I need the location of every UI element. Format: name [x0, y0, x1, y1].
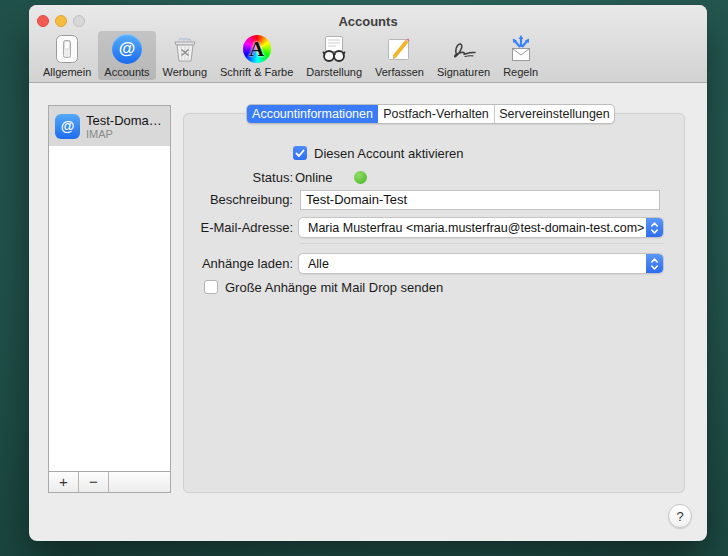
section-divider	[300, 243, 664, 244]
status-value: Online	[295, 170, 333, 185]
account-name: Test-Doma…	[86, 113, 162, 128]
compose-pencil-icon	[383, 33, 415, 65]
help-button[interactable]: ?	[668, 504, 692, 528]
email-address-popup[interactable]: Maria Musterfrau <maria.musterfrau@test-…	[298, 217, 664, 238]
remove-account-button[interactable]: −	[79, 472, 109, 492]
mail-preferences-window: Accounts Allgemein @ Accounts	[29, 5, 707, 541]
toolbar-item-label: Accounts	[104, 66, 149, 78]
account-list-item[interactable]: @ Test-Doma… IMAP	[49, 106, 170, 146]
window-chrome: Accounts Allgemein @ Accounts	[29, 5, 707, 83]
sidebar-footer: + −	[49, 471, 170, 492]
status-online-dot	[354, 171, 367, 184]
toolbar-item-label: Allgemein	[43, 66, 91, 78]
toolbar-item-verfassen[interactable]: Verfassen	[369, 31, 430, 80]
toolbar-item-regeln[interactable]: Regeln	[497, 31, 544, 80]
window-title: Accounts	[29, 14, 707, 29]
toolbar-item-label: Signaturen	[437, 66, 490, 78]
description-label: Beschreibung:	[69, 192, 293, 207]
viewing-glasses-icon	[318, 33, 350, 65]
toolbar-item-signaturen[interactable]: Signaturen	[431, 31, 496, 80]
email-label: E-Mail-Adresse:	[69, 220, 293, 235]
email-address-value: Maria Musterfrau <maria.musterfrau@test-…	[299, 221, 646, 235]
account-tabs: Accountinformationen Postfach-Verhalten …	[246, 104, 615, 124]
tab-postfach-verhalten[interactable]: Postfach-Verhalten	[378, 105, 494, 123]
toolbar-item-label: Schrift & Farbe	[220, 66, 293, 78]
general-switch-icon	[51, 33, 83, 65]
account-type: IMAP	[86, 128, 162, 140]
tab-accountinformationen[interactable]: Accountinformationen	[247, 105, 378, 123]
toolbar-item-label: Verfassen	[375, 66, 424, 78]
tab-servereinstellungen[interactable]: Servereinstellungen	[494, 105, 614, 123]
account-at-icon: @	[55, 114, 80, 139]
maildrop-checkbox[interactable]	[204, 280, 218, 294]
accounts-at-icon: @	[111, 33, 143, 65]
rules-envelope-icon	[505, 33, 537, 65]
signature-icon	[448, 33, 480, 65]
toolbar-item-label: Regeln	[503, 66, 538, 78]
attachments-label: Anhänge laden:	[69, 256, 293, 271]
enable-account-label: Diesen Account aktivieren	[314, 146, 464, 161]
download-attachments-value: Alle	[299, 257, 646, 271]
download-attachments-popup[interactable]: Alle	[298, 253, 664, 274]
add-account-button[interactable]: +	[49, 472, 79, 492]
description-field[interactable]: Test-Domain-Test	[300, 190, 660, 210]
toolbar-item-label: Werbung	[163, 66, 207, 78]
popup-stepper-icon	[646, 254, 663, 273]
toolbar-item-darstellung[interactable]: Darstellung	[300, 31, 368, 80]
toolbar-item-accounts[interactable]: @ Accounts	[98, 31, 155, 80]
toolbar-item-allgemein[interactable]: Allgemein	[37, 31, 97, 80]
fonts-colors-icon: A	[241, 33, 273, 65]
popup-stepper-icon	[646, 218, 663, 237]
junk-trash-icon	[169, 33, 201, 65]
enable-account-checkbox[interactable]	[293, 146, 307, 160]
toolbar-item-schrift-farbe[interactable]: A Schrift & Farbe	[214, 31, 299, 80]
accounts-sidebar: @ Test-Doma… IMAP + −	[48, 105, 171, 493]
maildrop-label: Große Anhänge mit Mail Drop senden	[225, 280, 443, 295]
status-label: Status:	[69, 170, 293, 185]
sidebar-footer-filler	[109, 472, 170, 492]
account-texts: Test-Doma… IMAP	[86, 113, 162, 140]
toolbar-item-label: Darstellung	[306, 66, 362, 78]
toolbar-item-werbung[interactable]: Werbung	[157, 31, 213, 80]
preferences-toolbar: Allgemein @ Accounts	[37, 31, 703, 83]
